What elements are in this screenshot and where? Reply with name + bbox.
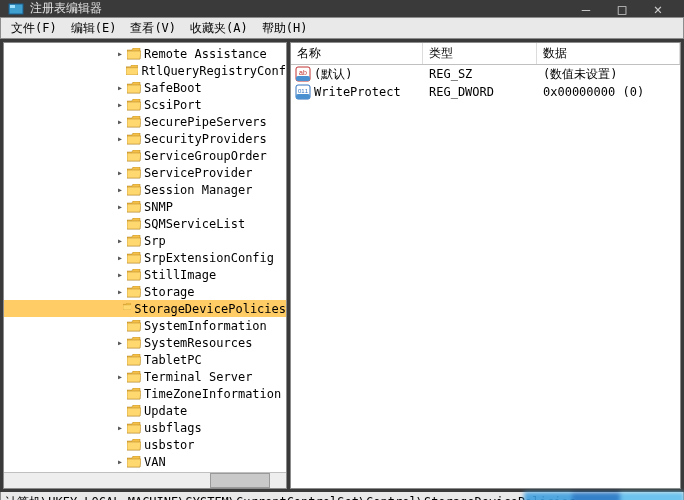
expand-icon[interactable]: ▸ (114, 422, 126, 434)
folder-icon (127, 405, 141, 417)
tree-item-label: StorageDevicePolicies (134, 302, 286, 316)
tree-item[interactable]: usbstor (4, 436, 286, 453)
folder-icon (127, 371, 141, 383)
value-name: WriteProtect (314, 85, 401, 99)
maximize-button[interactable]: □ (604, 1, 640, 17)
expand-icon[interactable]: ▸ (114, 456, 126, 468)
tree-item[interactable]: ▸Terminal Server (4, 368, 286, 385)
expand-icon[interactable]: ▸ (114, 116, 126, 128)
expand-icon[interactable]: ▸ (114, 269, 126, 281)
menu-view[interactable]: 查看(V) (124, 18, 182, 39)
folder-icon (127, 337, 141, 349)
value-data: 0x00000000 (0) (537, 85, 680, 99)
col-name[interactable]: 名称 (291, 43, 423, 64)
folder-icon (127, 320, 141, 332)
tree-item-label: Update (144, 404, 187, 418)
tree-item[interactable]: ▸Storage (4, 283, 286, 300)
folder-icon (127, 269, 141, 281)
menu-help[interactable]: 帮助(H) (256, 18, 314, 39)
expand-icon[interactable]: ▸ (114, 82, 126, 94)
expand-icon[interactable]: ▸ (114, 167, 126, 179)
menu-favorites[interactable]: 收藏夹(A) (184, 18, 254, 39)
folder-icon (127, 456, 141, 468)
expand-icon[interactable]: ▸ (114, 48, 126, 60)
tree-item[interactable]: ▸SrpExtensionConfig (4, 249, 286, 266)
column-headers: 名称 类型 数据 (291, 43, 680, 65)
folder-icon (127, 133, 141, 145)
value-type: REG_DWORD (423, 85, 537, 99)
tree-item[interactable]: ▸Remote Assistance (4, 45, 286, 62)
title-bar: 注册表编辑器 — □ ✕ (0, 0, 684, 17)
col-data[interactable]: 数据 (537, 43, 680, 64)
tree-item[interactable]: ▸ScsiPort (4, 96, 286, 113)
tree-item[interactable]: StorageDevicePolicies (4, 300, 286, 317)
tree-item[interactable]: RtlQueryRegistryConf (4, 62, 286, 79)
expand-icon[interactable]: ▸ (114, 235, 126, 247)
folder-icon (127, 116, 141, 128)
tree-item[interactable]: SQMServiceList (4, 215, 286, 232)
expand-icon[interactable]: ▸ (114, 201, 126, 213)
key-tree[interactable]: ▸Remote AssistanceRtlQueryRegistryConf▸S… (4, 43, 286, 472)
value-name: (默认) (314, 66, 352, 83)
folder-icon (127, 48, 141, 60)
tree-item[interactable]: ▸SecurePipeServers (4, 113, 286, 130)
tree-item[interactable]: ▸usbflags (4, 419, 286, 436)
expand-icon[interactable]: ▸ (114, 184, 126, 196)
tree-item[interactable]: ▸SNMP (4, 198, 286, 215)
tree-item[interactable]: SystemInformation (4, 317, 286, 334)
tree-item-label: SafeBoot (144, 81, 202, 95)
tree-item-label: usbstor (144, 438, 195, 452)
folder-icon (127, 150, 141, 162)
horizontal-scrollbar[interactable] (4, 472, 286, 488)
tree-item[interactable]: ServiceGroupOrder (4, 147, 286, 164)
tree-item[interactable]: ▸SystemResources (4, 334, 286, 351)
expand-icon[interactable]: ▸ (114, 286, 126, 298)
minimize-button[interactable]: — (568, 1, 604, 17)
tree-item-label: Storage (144, 285, 195, 299)
tree-item-label: TimeZoneInformation (144, 387, 281, 401)
values-list[interactable]: ab(默认)REG_SZ(数值未设置)011WriteProtectREG_DW… (291, 65, 680, 488)
tree-item[interactable]: ▸ServiceProvider (4, 164, 286, 181)
folder-icon (127, 99, 141, 111)
tree-item-label: Srp (144, 234, 166, 248)
col-type[interactable]: 类型 (423, 43, 537, 64)
expand-icon[interactable]: ▸ (114, 133, 126, 145)
tree-item[interactable]: TabletPC (4, 351, 286, 368)
tree-item-label: usbflags (144, 421, 202, 435)
tree-item-label: TabletPC (144, 353, 202, 367)
expand-icon[interactable]: ▸ (114, 99, 126, 111)
value-type: REG_SZ (423, 67, 537, 81)
svg-rect-1 (10, 5, 15, 8)
string-icon: ab (295, 66, 311, 82)
tree-item[interactable]: ▸SecurityProviders (4, 130, 286, 147)
tree-item-label: SQMServiceList (144, 217, 245, 231)
tree-item[interactable]: ▸StillImage (4, 266, 286, 283)
tree-item[interactable]: TimeZoneInformation (4, 385, 286, 402)
value-row[interactable]: ab(默认)REG_SZ(数值未设置) (291, 65, 680, 83)
tree-item[interactable]: ▸SafeBoot (4, 79, 286, 96)
tree-item[interactable]: ▸Srp (4, 232, 286, 249)
svg-rect-4 (296, 76, 310, 81)
menu-file[interactable]: 文件(F) (5, 18, 63, 39)
menu-edit[interactable]: 编辑(E) (65, 18, 123, 39)
tree-item-label: ServiceProvider (144, 166, 252, 180)
folder-icon (127, 439, 141, 451)
close-button[interactable]: ✕ (640, 1, 676, 17)
svg-rect-7 (296, 94, 310, 99)
expand-icon[interactable]: ▸ (114, 252, 126, 264)
tree-item-label: Session Manager (144, 183, 252, 197)
tree-item[interactable]: ▸VAN (4, 453, 286, 470)
expand-icon[interactable]: ▸ (114, 337, 126, 349)
menu-bar: 文件(F) 编辑(E) 查看(V) 收藏夹(A) 帮助(H) (0, 17, 684, 39)
folder-icon (127, 354, 141, 366)
folder-icon (127, 388, 141, 400)
folder-icon (127, 218, 141, 230)
value-row[interactable]: 011WriteProtectREG_DWORD0x00000000 (0) (291, 83, 680, 101)
tree-item-label: ScsiPort (144, 98, 202, 112)
tree-item[interactable]: Update (4, 402, 286, 419)
tree-item-label: SNMP (144, 200, 173, 214)
expand-icon[interactable]: ▸ (114, 371, 126, 383)
blur-overlay (524, 492, 684, 500)
tree-item[interactable]: ▸Session Manager (4, 181, 286, 198)
tree-item-label: ServiceGroupOrder (144, 149, 267, 163)
